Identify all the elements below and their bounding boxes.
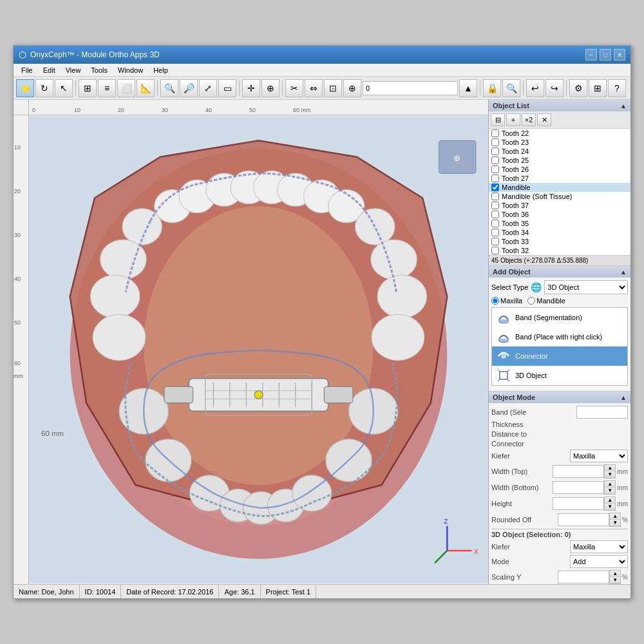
list-item-checkbox[interactable] <box>491 202 499 209</box>
list-item[interactable]: Tooth 23 <box>489 138 630 147</box>
width-bottom-up[interactable]: ▲ <box>605 481 615 488</box>
obj-type-3dobj[interactable]: 3D Object <box>492 366 627 385</box>
width-bottom-down[interactable]: ▼ <box>605 488 615 494</box>
scaling-y-up[interactable]: ▲ <box>610 571 620 577</box>
viewport[interactable]: 0 10 20 30 40 50 60 mm 10 20 30 40 50 <box>14 100 489 584</box>
obj-type-band-seg[interactable]: Band (Segmentation) <box>492 308 627 327</box>
band-select-input[interactable] <box>576 406 628 419</box>
toolbar-value-input[interactable] <box>363 81 458 95</box>
menu-window[interactable]: Window <box>113 65 148 75</box>
list-item[interactable]: Tooth 26 <box>489 165 630 174</box>
width-top-down[interactable]: ▼ <box>605 471 615 478</box>
list-item[interactable]: Tooth 27 <box>489 174 630 183</box>
radio-maxilla[interactable]: Maxilla <box>491 297 522 305</box>
menu-help[interactable]: Help <box>148 65 173 75</box>
scaling-y-down[interactable]: ▼ <box>610 577 620 583</box>
sel-mode-select[interactable]: Add <box>570 555 628 568</box>
radio-maxilla-input[interactable] <box>491 297 499 305</box>
list-item-checkbox[interactable] <box>491 184 499 191</box>
rounded-input[interactable]: 100 <box>558 513 609 526</box>
obj-list-add[interactable]: + <box>506 113 520 126</box>
toolbar-select[interactable]: ▭ <box>218 79 236 97</box>
list-item-checkbox[interactable] <box>491 220 499 227</box>
width-top-up[interactable]: ▲ <box>605 465 615 471</box>
toolbar-zoom-out[interactable]: 🔎 <box>180 79 198 97</box>
toolbar-val-up[interactable]: ▲ <box>459 79 477 97</box>
list-item-checkbox[interactable] <box>491 229 499 236</box>
obj-list-x2[interactable]: ×2 <box>522 113 536 126</box>
toolbar-ref[interactable]: ⊡ <box>324 79 342 97</box>
list-item-checkbox[interactable] <box>491 211 499 218</box>
menu-tools[interactable]: Tools <box>86 65 113 75</box>
select-type-dropdown[interactable]: 3D Object <box>544 280 628 294</box>
toolbar-mirror[interactable]: ⇔ <box>305 79 323 97</box>
toolbar-clip[interactable]: ✂ <box>285 79 303 97</box>
list-item[interactable]: Tooth 35 <box>489 219 630 228</box>
minimize-button[interactable]: − <box>585 49 597 61</box>
rounded-up[interactable]: ▲ <box>610 513 620 520</box>
close-button[interactable]: ✕ <box>614 49 625 61</box>
list-item[interactable]: Tooth 37 <box>489 201 630 210</box>
height-up[interactable]: ▲ <box>605 497 615 504</box>
toolbar-fit[interactable]: ⤢ <box>199 79 217 97</box>
sel-kiefer-select[interactable]: Maxilla <box>570 540 628 553</box>
obj-type-band-place[interactable]: Band (Place with right click) <box>492 327 627 346</box>
obj-list-delete[interactable]: ✕ <box>537 113 551 126</box>
height-input[interactable]: 1,7 <box>553 497 604 510</box>
list-item[interactable]: Tooth 33 <box>489 237 630 246</box>
toolbar-layers[interactable]: ≡ <box>98 79 116 97</box>
toolbar-grid2[interactable]: ⊞ <box>589 79 607 97</box>
obj-list-reset[interactable]: ⊟ <box>491 113 505 126</box>
list-item-checkbox[interactable] <box>491 238 499 245</box>
list-item[interactable]: Tooth 32 <box>489 246 630 255</box>
list-item[interactable]: Tooth 24 <box>489 147 630 156</box>
list-item-checkbox[interactable] <box>491 166 499 173</box>
toolbar-grid[interactable]: ⊞ <box>79 79 97 97</box>
toolbar-home[interactable]: ⭐ <box>16 79 34 97</box>
radio-mandible[interactable]: Mandible <box>527 297 565 305</box>
list-item-checkbox[interactable] <box>491 129 499 137</box>
kiefer-select[interactable]: Maxilla Mandible <box>570 450 628 462</box>
collapse-obj-mode[interactable]: ▲ <box>620 394 627 401</box>
collapse-object-list[interactable]: ▲ <box>620 102 627 109</box>
toolbar-help[interactable]: ? <box>608 79 626 97</box>
collapse-add-object[interactable]: ▲ <box>620 269 627 276</box>
radio-mandible-input[interactable] <box>527 297 535 305</box>
width-bottom-input[interactable]: 1,7 <box>553 481 604 494</box>
menu-edit[interactable]: Edit <box>38 65 61 75</box>
toolbar-move[interactable]: ✛ <box>242 79 260 97</box>
toolbar-search[interactable]: 🔍 <box>502 79 520 97</box>
toolbar-settings[interactable]: ⚙ <box>569 79 587 97</box>
toolbar-axis[interactable]: ⊕ <box>343 79 361 97</box>
toolbar-measure[interactable]: 📐 <box>137 79 155 97</box>
scaling-y-input[interactable]: 100 <box>558 571 609 583</box>
menu-file[interactable]: File <box>16 65 38 75</box>
list-item[interactable]: Tooth 25 <box>489 156 630 165</box>
height-down[interactable]: ▼ <box>605 504 615 510</box>
list-item[interactable]: Tooth 22 <box>489 129 630 138</box>
list-item[interactable]: Mandible (Soft Tissue) <box>489 192 630 201</box>
list-item[interactable]: Mandible <box>489 183 630 192</box>
list-item[interactable]: Tooth 34 <box>489 228 630 237</box>
rounded-down[interactable]: ▼ <box>610 520 620 526</box>
menu-view[interactable]: View <box>61 65 86 75</box>
nav-cube[interactable]: ⊕ <box>439 140 476 173</box>
list-item-checkbox[interactable] <box>491 156 499 164</box>
toolbar-cursor[interactable]: ↖ <box>55 79 73 97</box>
obj-type-connector[interactable]: Connector <box>492 346 627 366</box>
toolbar-add[interactable]: ⊕ <box>261 79 279 97</box>
list-item-checkbox[interactable] <box>491 138 499 146</box>
toolbar-redo[interactable]: ↪ <box>545 79 564 97</box>
maximize-button[interactable]: □ <box>600 49 611 61</box>
toolbar-view3d[interactable]: ⬜ <box>117 79 135 97</box>
toolbar-rotate[interactable]: ↻ <box>35 79 53 97</box>
toolbar-undo[interactable]: ↩ <box>526 79 544 97</box>
width-top-input[interactable]: 1,7 <box>553 465 604 478</box>
toolbar-zoom-in[interactable]: 🔍 <box>160 79 178 97</box>
list-item-checkbox[interactable] <box>491 193 499 200</box>
list-item-checkbox[interactable] <box>491 147 499 155</box>
list-item[interactable]: Tooth 36 <box>489 210 630 219</box>
list-item-checkbox[interactable] <box>491 175 499 182</box>
list-item-checkbox[interactable] <box>491 247 499 254</box>
toolbar-lock[interactable]: 🔒 <box>483 79 501 97</box>
